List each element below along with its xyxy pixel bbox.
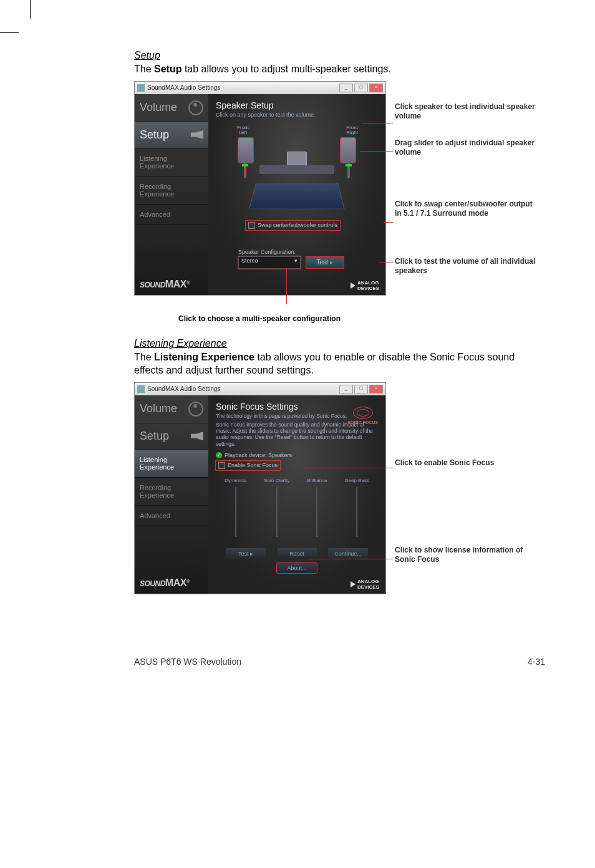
soundmax-window-listening: SoundMAX Audio Settings _ □ × Volume Set… xyxy=(134,382,386,594)
section-listening-desc: The Listening Experience tab allows you … xyxy=(134,350,545,377)
test-button[interactable]: Test ▸ xyxy=(306,257,344,268)
titlebar: SoundMAX Audio Settings _ □ × xyxy=(135,82,385,94)
minimize-button[interactable]: _ xyxy=(339,84,353,92)
page-footer: ASUS P6T6 WS Revolution 4-31 xyxy=(0,657,595,679)
volume-slider-right[interactable] xyxy=(348,164,349,178)
sonic-focus-logo: SONIC FOCUS xyxy=(347,407,378,425)
sidebar-item-listening[interactable]: Listening Experience xyxy=(135,450,208,478)
sidebar-item-recording[interactable]: Recording Experience xyxy=(135,478,208,506)
callout-drag-slider: Drag slider to adjust individual speaker… xyxy=(395,138,538,157)
speaker-icon xyxy=(191,432,203,440)
figure-listening: SoundMAX Audio Settings _ □ × Volume Set… xyxy=(134,382,545,594)
titlebar-text: SoundMAX Audio Settings xyxy=(147,385,220,392)
speaker-icon xyxy=(191,130,203,139)
content-pane: Sonic Focus Settings The technology in t… xyxy=(208,395,385,594)
test-button[interactable]: Test ▸ xyxy=(226,548,266,559)
slider-deep-bass[interactable]: Deep Bass xyxy=(345,478,369,537)
volume-slider-left[interactable] xyxy=(244,164,246,178)
label-front-right: FrontRight xyxy=(346,125,358,135)
analog-devices-logo: ANALOGDEVICES xyxy=(351,280,379,291)
callout-swap: Click to swap center/subwoofer output in… xyxy=(395,200,538,218)
panel-subtext: Click on any speaker to test the volume. xyxy=(216,112,378,118)
playback-device-row: ✓ Playback device: Speakers xyxy=(216,452,378,458)
footer-page-number: 4-31 xyxy=(528,657,545,667)
speaker-front-right[interactable] xyxy=(341,138,356,163)
platform-graphic xyxy=(249,183,344,209)
close-button[interactable]: × xyxy=(369,84,383,92)
dial-icon xyxy=(188,402,203,417)
content-pane: Speaker Setup Click on any speaker to te… xyxy=(208,94,385,295)
sidebar-item-listening[interactable]: Listening Experience xyxy=(135,148,208,176)
about-button[interactable]: About... xyxy=(277,563,317,573)
soundmax-logo: SOUNDMAX® xyxy=(140,579,190,588)
titlebar: SoundMAX Audio Settings _ □ × xyxy=(135,383,385,395)
maximize-button[interactable]: □ xyxy=(354,84,368,92)
monitor-graphic xyxy=(287,152,307,166)
sf-desc2: Sonic Focus improves the sound quality a… xyxy=(216,422,378,447)
swap-checkbox-row[interactable]: Swap center/subwoofer controls xyxy=(246,221,340,230)
app-icon xyxy=(137,385,145,393)
titlebar-text: SoundMAX Audio Settings xyxy=(147,84,220,91)
minimize-button[interactable]: _ xyxy=(339,385,353,393)
section-listening-title: Listening Experience xyxy=(134,338,545,349)
footer-left: ASUS P6T6 WS Revolution xyxy=(134,657,241,667)
caption-config: Click to choose a multi-speaker configur… xyxy=(134,314,385,323)
app-icon xyxy=(137,84,145,92)
continue-button[interactable]: Continue... xyxy=(328,548,368,559)
close-button[interactable]: × xyxy=(369,385,383,393)
check-icon: ✓ xyxy=(216,452,222,458)
sidebar-item-setup[interactable]: Setup xyxy=(135,423,208,450)
slider-brilliance[interactable]: Brilliance xyxy=(307,478,327,537)
sidebar-item-setup[interactable]: Setup xyxy=(135,122,208,148)
dial-icon xyxy=(188,100,203,115)
speaker-front-left[interactable] xyxy=(238,138,253,163)
callout-about: Click to show license information of Son… xyxy=(395,546,538,564)
checkbox-icon xyxy=(218,462,225,469)
config-row: Speaker Configuration: Stereo ▾ Test ▸ xyxy=(238,249,344,269)
sidebar-item-volume[interactable]: Volume xyxy=(135,94,208,122)
label-front-left: FrontLeft xyxy=(237,125,249,135)
soundmax-logo: SOUNDMAX® xyxy=(140,281,190,289)
sidebar: Volume Setup Listening Experience Record… xyxy=(135,395,208,594)
checkbox-icon xyxy=(248,222,255,229)
enable-sonic-focus-checkbox[interactable]: Enable Sonic Focus xyxy=(216,461,280,470)
callout-enable-sf: Click to enable Sonic Focus xyxy=(395,458,494,468)
speaker-config-dropdown[interactable]: Stereo ▾ xyxy=(238,256,301,269)
soundmax-window-setup: SoundMAX Audio Settings _ □ × Volume Set… xyxy=(134,81,386,296)
crop-marks xyxy=(0,0,595,37)
slider-dynamics[interactable]: Dynamics xyxy=(225,478,246,537)
sidebar-item-volume[interactable]: Volume xyxy=(135,395,208,423)
slider-solo-clarity[interactable]: Solo Clarity xyxy=(264,478,289,537)
section-setup-title: Setup xyxy=(134,50,545,61)
panel-heading: Speaker Setup xyxy=(216,100,378,110)
sidebar: Volume Setup Listening Experience Record… xyxy=(135,94,208,295)
reset-button[interactable]: Reset xyxy=(277,548,317,559)
section-setup-desc: The Setup tab allows you to adjust multi… xyxy=(134,62,545,76)
maximize-button[interactable]: □ xyxy=(354,385,368,393)
sidebar-item-advanced[interactable]: Advanced xyxy=(135,205,208,225)
analog-devices-logo: ANALOGDEVICES xyxy=(351,579,379,590)
callout-test: Click to test the volume of all individu… xyxy=(395,257,538,276)
callout-click-speaker: Click speaker to test individual speaker… xyxy=(395,102,538,121)
sidebar-item-advanced[interactable]: Advanced xyxy=(135,506,208,526)
sidebar-item-recording[interactable]: Recording Experience xyxy=(135,176,208,205)
figure-setup: SoundMAX Audio Settings _ □ × Volume Set… xyxy=(134,81,545,323)
